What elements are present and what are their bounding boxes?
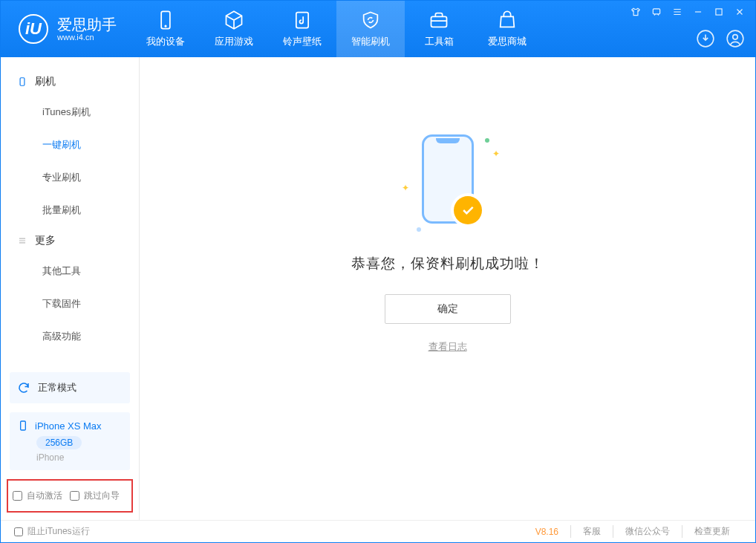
nav-label: 智能刷机 xyxy=(351,35,390,48)
svg-point-1 xyxy=(165,25,166,26)
nav-apps-games[interactable]: 应用游戏 xyxy=(200,1,268,57)
nav-tabs: 我的设备 应用游戏 铃声壁纸 智能刷机 工具箱 爱思商城 xyxy=(131,1,541,57)
nav-store[interactable]: 爱思商城 xyxy=(473,1,541,57)
minimize-icon[interactable] xyxy=(693,7,703,17)
svg-point-8 xyxy=(733,35,738,40)
window-controls xyxy=(630,7,745,17)
bag-icon xyxy=(497,10,518,30)
nav-label: 铃声壁纸 xyxy=(283,35,322,48)
svg-rect-2 xyxy=(296,13,308,28)
nav-label: 爱思商城 xyxy=(488,35,527,48)
sidebar-group-flash: 刷机 xyxy=(1,68,139,96)
feedback-icon[interactable] xyxy=(651,7,662,17)
dot-icon xyxy=(417,227,421,232)
sidebar-group-label: 刷机 xyxy=(35,75,56,88)
sidebar-item-itunes-flash[interactable]: iTunes刷机 xyxy=(1,96,139,129)
dot-icon xyxy=(485,138,489,143)
list-icon xyxy=(17,235,27,246)
mode-label: 正常模式 xyxy=(38,381,76,394)
status-bar: 阻止iTunes运行 V8.16 客服 微信公众号 检查更新 xyxy=(1,520,755,542)
sparkle-icon: ✦ xyxy=(402,183,409,193)
nav-label: 我的设备 xyxy=(146,35,185,48)
toolbox-icon xyxy=(428,10,449,30)
checkbox-label: 自动激活 xyxy=(27,490,62,502)
cube-icon xyxy=(224,10,244,30)
checkbox-label: 阻止iTunes运行 xyxy=(27,525,90,538)
brand-url: www.i4.cn xyxy=(57,33,117,42)
nav-smart-flash[interactable]: 智能刷机 xyxy=(336,1,405,57)
svg-rect-5 xyxy=(716,9,722,15)
checkbox-label: 跳过向导 xyxy=(84,490,120,502)
sidebar-group-label: 更多 xyxy=(35,234,56,247)
device-storage-badge: 256GB xyxy=(36,436,82,449)
svg-point-7 xyxy=(727,30,743,47)
shield-sync-icon xyxy=(360,10,381,30)
check-badge-icon xyxy=(454,196,482,224)
logo-icon: iU xyxy=(19,14,48,44)
auto-activate-checkbox[interactable]: 自动激活 xyxy=(13,490,62,502)
brand-logo: iU 爱思助手 www.i4.cn xyxy=(1,1,131,57)
phone-small-icon xyxy=(17,420,29,432)
device-name: iPhone XS Max xyxy=(35,420,102,432)
nav-ring-wall[interactable]: 铃声壁纸 xyxy=(268,1,336,57)
svg-rect-3 xyxy=(431,16,447,27)
view-log-link[interactable]: 查看日志 xyxy=(428,340,467,354)
svg-rect-9 xyxy=(20,78,25,86)
titlebar: iU 爱思助手 www.i4.cn 我的设备 应用游戏 铃声壁纸 智能刷机 工具… xyxy=(1,1,755,57)
sidebar: 刷机 iTunes刷机 一键刷机 专业刷机 批量刷机 更多 其他工具 下载固件 … xyxy=(1,57,140,520)
skip-guide-checkbox[interactable]: 跳过向导 xyxy=(70,490,120,502)
nav-toolbox[interactable]: 工具箱 xyxy=(405,1,473,57)
device-icon xyxy=(155,10,176,30)
success-message: 恭喜您，保资料刷机成功啦！ xyxy=(351,254,544,273)
nav-label: 应用游戏 xyxy=(215,35,253,48)
svg-rect-10 xyxy=(21,421,26,430)
sync-icon xyxy=(17,381,30,394)
sidebar-item-other-tools[interactable]: 其他工具 xyxy=(1,255,139,287)
sidebar-item-one-key-flash[interactable]: 一键刷机 xyxy=(1,129,139,161)
wechat-link[interactable]: 微信公众号 xyxy=(613,525,682,538)
download-circle-icon[interactable] xyxy=(696,29,715,48)
nav-my-device[interactable]: 我的设备 xyxy=(131,1,200,57)
options-highlight-box: 自动激活 跳过向导 xyxy=(7,479,133,513)
check-update-link[interactable]: 检查更新 xyxy=(682,525,742,538)
block-itunes-checkbox[interactable]: 阻止iTunes运行 xyxy=(14,525,90,538)
confirm-button[interactable]: 确定 xyxy=(385,294,511,324)
svg-rect-4 xyxy=(653,9,659,14)
menu-icon[interactable] xyxy=(672,7,682,17)
music-file-icon xyxy=(292,10,313,30)
phone-small-icon xyxy=(17,77,27,87)
main-content: ✦ ✦ 恭喜您，保资料刷机成功啦！ 确定 查看日志 xyxy=(140,57,755,520)
support-link[interactable]: 客服 xyxy=(570,525,613,538)
device-type: iPhone xyxy=(36,452,123,463)
close-icon[interactable] xyxy=(734,7,745,17)
device-info-box[interactable]: iPhone XS Max 256GB iPhone xyxy=(10,412,130,470)
version-label: V8.16 xyxy=(524,527,570,537)
user-circle-icon[interactable] xyxy=(726,29,745,48)
nav-label: 工具箱 xyxy=(425,35,454,48)
mode-box[interactable]: 正常模式 xyxy=(10,372,130,403)
sidebar-group-more: 更多 xyxy=(1,227,139,255)
sidebar-item-download-fw[interactable]: 下载固件 xyxy=(1,287,139,320)
maximize-icon[interactable] xyxy=(714,7,724,17)
shirt-icon[interactable] xyxy=(630,7,641,17)
sparkle-icon: ✦ xyxy=(492,149,500,159)
brand-name: 爱思助手 xyxy=(57,16,117,33)
success-panel: ✦ ✦ 恭喜您，保资料刷机成功啦！ 确定 查看日志 xyxy=(351,131,544,354)
success-illustration: ✦ ✦ xyxy=(388,131,507,235)
sidebar-item-pro-flash[interactable]: 专业刷机 xyxy=(1,161,139,194)
sidebar-item-advanced[interactable]: 高级功能 xyxy=(1,320,139,353)
sidebar-item-batch-flash[interactable]: 批量刷机 xyxy=(1,194,139,227)
